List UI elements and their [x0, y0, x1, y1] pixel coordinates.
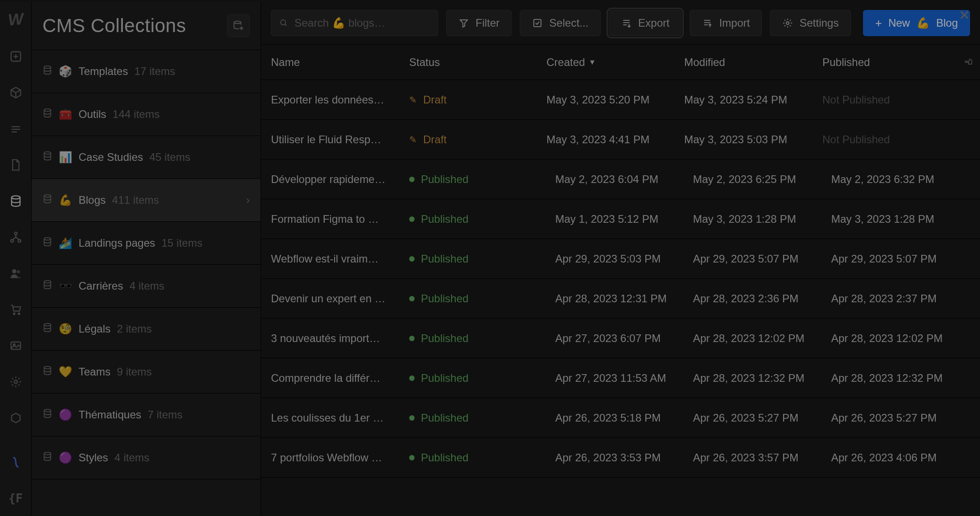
collection-item[interactable]: 📊Case Studies45 items [32, 136, 261, 179]
apps-icon[interactable] [7, 409, 24, 427]
database-icon [42, 323, 52, 335]
row-published: Apr 28, 2023 12:02 PM [831, 332, 978, 345]
row-modified: Apr 28, 2023 2:36 PM [693, 292, 831, 305]
collection-item[interactable]: 🏄Landings pages15 items [32, 222, 261, 265]
database-icon [42, 451, 52, 464]
database-icon [42, 194, 52, 206]
settings-icon[interactable] [7, 373, 24, 390]
pin-column-button[interactable] [959, 57, 977, 67]
svg-point-10 [18, 239, 21, 242]
select-button[interactable]: Select... [520, 10, 601, 36]
add-element-icon[interactable] [7, 48, 24, 65]
row-published: Apr 28, 2023 12:32 PM [831, 372, 978, 385]
search-wrapper[interactable] [271, 10, 438, 36]
svg-point-11 [12, 269, 16, 273]
table-row[interactable]: 7 portfolios Webflow …PublishedApr 26, 2… [261, 438, 980, 478]
row-status: Published [409, 292, 555, 305]
collection-name: Légals [79, 323, 111, 335]
collection-item[interactable]: 🧐Légals2 items [32, 308, 261, 351]
ecommerce-icon[interactable] [7, 301, 24, 318]
close-icon[interactable]: ✕ [959, 7, 970, 23]
collection-count: 7 items [148, 408, 182, 421]
status-dot-icon [409, 455, 415, 460]
status-dot-icon [409, 216, 415, 222]
users-icon[interactable] [7, 265, 24, 282]
import-label: Import [719, 17, 750, 29]
collection-item[interactable]: 🟣Styles4 items [32, 436, 261, 479]
col-published[interactable]: Published [822, 56, 959, 69]
svg-point-17 [14, 380, 17, 384]
filter-button[interactable]: Filter [446, 10, 512, 36]
collection-name: Outils [79, 108, 106, 121]
search-input[interactable] [294, 17, 429, 29]
collection-item[interactable]: 🕶️Carrières4 items [32, 265, 261, 308]
collections-sidebar: CMS Collections 🎲Templates17 items🧰Outil… [32, 2, 261, 516]
variables-icon[interactable]: {F [7, 490, 24, 507]
table-row[interactable]: Webflow est-il vraim…PublishedApr 29, 20… [261, 239, 980, 279]
status-dot-icon [409, 256, 415, 262]
add-collection-button[interactable] [227, 14, 250, 37]
layers-icon[interactable] [7, 120, 24, 137]
pages-icon[interactable] [7, 156, 24, 174]
collection-emoji: 🧐 [59, 323, 72, 335]
collection-name: Templates [79, 65, 128, 78]
collection-item[interactable]: 🧰Outils144 items [32, 93, 261, 136]
collection-name: Styles [79, 451, 108, 464]
status-dot-icon [409, 375, 415, 381]
col-modified[interactable]: Modified [684, 56, 822, 69]
database-icon [42, 237, 52, 249]
col-status[interactable]: Status [409, 56, 546, 69]
row-created: May 2, 2023 6:04 PM [555, 173, 693, 186]
collection-emoji: 📊 [59, 151, 72, 164]
database-icon [42, 408, 52, 421]
table-row[interactable]: Devenir un expert en …PublishedApr 28, 2… [261, 279, 980, 319]
table-row[interactable]: Formation Figma to …PublishedMay 1, 2023… [261, 199, 980, 239]
box-icon[interactable] [7, 84, 24, 101]
table-row[interactable]: Comprendre la différ…PublishedApr 27, 20… [261, 358, 980, 398]
settings-button[interactable]: Settings [770, 10, 851, 36]
col-created[interactable]: Created▼ [546, 56, 684, 69]
svg-point-14 [18, 313, 20, 315]
row-published: Not Published [822, 94, 977, 106]
collection-name: Teams [79, 366, 111, 378]
row-status: Published [409, 213, 555, 225]
row-status: Published [409, 451, 555, 464]
export-button[interactable]: Export [609, 10, 681, 36]
collection-item[interactable]: 💛Teams9 items [32, 351, 261, 394]
cms-icon[interactable] [7, 192, 24, 210]
integration-icon[interactable] [7, 454, 24, 471]
database-icon [42, 151, 52, 164]
import-button[interactable]: Import [690, 10, 762, 36]
col-name[interactable]: Name [271, 56, 409, 69]
toolbar: Filter Select... Export Import Settings … [261, 2, 980, 45]
collection-item[interactable]: 🎲Templates17 items [32, 50, 261, 93]
row-name: Webflow est-il vraim… [271, 253, 409, 265]
main-panel: Filter Select... Export Import Settings … [261, 2, 980, 516]
webflow-logo[interactable]: W [7, 9, 24, 30]
row-published: May 2, 2023 6:32 PM [831, 173, 978, 186]
collection-item[interactable]: 🟣Thématiques7 items [32, 394, 261, 436]
export-icon [621, 18, 632, 28]
collection-name: Blogs [79, 194, 106, 206]
table-row[interactable]: 3 nouveautés import…PublishedApr 27, 202… [261, 319, 980, 358]
row-published: Apr 26, 2023 5:27 PM [831, 412, 978, 424]
assets-icon[interactable] [7, 337, 24, 354]
database-icon [42, 366, 52, 378]
table-row[interactable]: Utiliser le Fluid Resp…✎DraftMay 3, 2023… [261, 120, 980, 159]
table-header: Name Status Created▼ Modified Published [261, 45, 980, 80]
sitemap-icon[interactable] [7, 229, 24, 246]
search-icon [280, 18, 288, 28]
table-row[interactable]: Les coulisses du 1er …PublishedApr 26, 2… [261, 398, 980, 438]
row-status: ✎Draft [409, 94, 546, 106]
row-name: Formation Figma to … [271, 213, 409, 225]
new-item-button[interactable]: + New 💪 Blog [863, 10, 970, 36]
row-status: Published [409, 412, 555, 424]
table-row[interactable]: Développer rapideme…PublishedMay 2, 2023… [261, 159, 980, 199]
row-name: Utiliser le Fluid Resp… [271, 133, 409, 146]
import-icon [702, 18, 713, 28]
collection-count: 4 items [130, 280, 164, 292]
collection-item[interactable]: 💪Blogs411 items› [32, 179, 261, 222]
table-row[interactable]: Exporter les données…✎DraftMay 3, 2023 5… [261, 80, 980, 120]
row-status: Published [409, 372, 555, 385]
row-name: Comprendre la différ… [271, 372, 409, 385]
